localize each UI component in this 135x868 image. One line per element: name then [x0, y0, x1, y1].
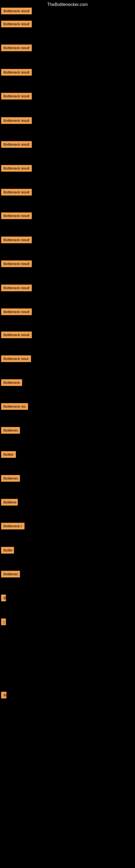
- bottleneck-badge: Bottleneck result: [1, 212, 32, 219]
- bottleneck-badge-row: Bottleneck result: [1, 44, 32, 52]
- bottleneck-badge: Bottleneck result: [1, 8, 32, 14]
- bottleneck-badge-row: Bottleneck result: [1, 284, 32, 292]
- bottleneck-badge: Bottleneck result: [1, 260, 32, 267]
- bottleneck-badge-row: Bottleneck result: [1, 117, 32, 125]
- bottleneck-badge-row: Bottlenec: [1, 427, 20, 435]
- bottleneck-badge: Bottler: [1, 451, 16, 458]
- bottleneck-badge: Bottle: [1, 547, 14, 554]
- bottleneck-badge-row: Bottlene: [1, 499, 18, 507]
- bottleneck-badge-row: Bottler: [1, 451, 16, 459]
- bottleneck-badge: Bottleneck result: [1, 21, 32, 27]
- bottleneck-badge-row: Bo: [1, 692, 6, 700]
- bottleneck-badge: Bottleneck result: [1, 93, 32, 99]
- bottleneck-badge-row: Bottleneck result: [1, 8, 32, 16]
- bottleneck-badge: Bottleneck resul: [1, 355, 31, 362]
- bottleneck-badge-row: B: [1, 595, 6, 602]
- bottleneck-badge-row: Bottleneck: [1, 379, 22, 387]
- bottleneck-badge-row: Bottleneck result: [1, 332, 32, 339]
- bottleneck-badge-row: Bottleneck result: [1, 69, 32, 77]
- bottleneck-badge: Bottleneck result: [1, 237, 32, 243]
- bottleneck-badge: Bottlenec: [1, 475, 20, 482]
- bottleneck-badge-row: Bottlenec: [1, 475, 20, 483]
- bottleneck-badge-row: Bottleneck result: [1, 141, 32, 149]
- bottleneck-badge-row: Bottleneck r: [1, 523, 25, 531]
- bottleneck-badge-row: Bottleneck result: [1, 93, 32, 101]
- bottleneck-badge: Bottleneck result: [1, 165, 32, 172]
- bottleneck-badge: Bottleneck result: [1, 117, 32, 124]
- bottleneck-badge: |: [1, 618, 6, 625]
- bottleneck-badge: B: [1, 595, 6, 601]
- bottleneck-badge-row: Bottleneck res: [1, 403, 28, 411]
- bottleneck-badge: Bottleneck result: [1, 308, 32, 315]
- bottleneck-badge-row: Bottleneck result: [1, 237, 32, 244]
- bottleneck-badge-row: Bottleneck result: [1, 189, 32, 197]
- bottleneck-badge: Bottleneck result: [1, 141, 32, 148]
- bottleneck-badge: Bottleneck result: [1, 189, 32, 195]
- bottleneck-badge: Bottleneck res: [1, 403, 28, 410]
- bottleneck-badge-row: Bottleneck result: [1, 165, 32, 173]
- bottleneck-badge: Bottleneck: [1, 379, 22, 386]
- bottleneck-badge-row: |: [1, 618, 6, 626]
- bottleneck-badge: Bottlenec: [1, 571, 20, 578]
- bottleneck-badge: Bottlenec: [1, 427, 20, 434]
- bottleneck-badge-row: Bottlenec: [1, 571, 20, 579]
- bottleneck-badge-row: Bottleneck result: [1, 212, 32, 220]
- bottleneck-badge-row: Bottleneck result: [1, 308, 32, 316]
- bottleneck-badge-row: Bottleneck resul: [1, 355, 31, 363]
- bottleneck-badge: Bo: [1, 692, 6, 699]
- bottleneck-badge: Bottleneck result: [1, 44, 32, 51]
- bottleneck-badge: Bottleneck result: [1, 332, 32, 338]
- bottleneck-badge: Bottleneck r: [1, 523, 25, 529]
- bottleneck-badge-row: Bottle: [1, 547, 14, 555]
- bottleneck-badge: Bottleneck result: [1, 69, 32, 76]
- bottleneck-badge: Bottleneck result: [1, 284, 32, 291]
- bottleneck-badge: Bottlene: [1, 499, 18, 506]
- bottleneck-badge-row: Bottleneck result: [1, 21, 32, 29]
- bottleneck-badge-row: Bottleneck result: [1, 260, 32, 268]
